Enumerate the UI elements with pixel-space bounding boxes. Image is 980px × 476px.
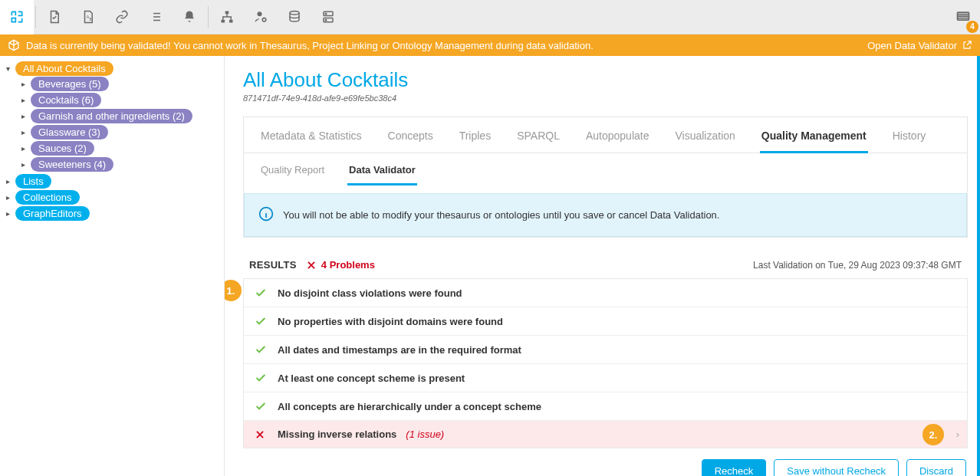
- info-text: You will not be able to modify your thes…: [283, 209, 719, 221]
- sidebar-tree: ▾ All About Cocktails ▸Beverages (5) ▸Co…: [0, 56, 224, 476]
- x-icon: [306, 260, 317, 271]
- result-row-error[interactable]: Missing inverse relations (1 issue) › 2.: [244, 421, 967, 448]
- recheck-button[interactable]: Recheck: [702, 459, 767, 476]
- results-timestamp: Last Validation on Tue, 29 Aug 2023 09:3…: [753, 260, 962, 271]
- page-uuid: 871471df-74e9-418d-afe9-e69fe5bc38c4: [243, 94, 968, 103]
- tree-toggle[interactable]: ▸: [3, 209, 12, 218]
- doc-ab-icon[interactable]: AB: [71, 0, 105, 34]
- sub-tabs: Quality Report Data Validator: [244, 153, 967, 185]
- info-icon: [258, 206, 274, 224]
- tree-toggle[interactable]: ▸: [18, 160, 28, 169]
- svg-point-11: [325, 19, 327, 21]
- results-header: RESULTS 4 Problems Last Validation on Tu…: [243, 248, 968, 278]
- svg-rect-3: [222, 20, 225, 23]
- list-icon[interactable]: [139, 0, 173, 34]
- subtab-data-validator[interactable]: Data Validator: [347, 161, 417, 185]
- top-toolbar: AB 4: [0, 0, 980, 34]
- tree-toggle[interactable]: ▸: [18, 80, 28, 89]
- svg-point-10: [325, 13, 327, 15]
- results-label: RESULTS: [249, 259, 297, 271]
- svg-point-7: [290, 11, 299, 15]
- svg-text:B: B: [90, 18, 92, 21]
- tree-toggle[interactable]: ▸: [3, 177, 12, 186]
- check-icon: [255, 400, 268, 412]
- tree-child[interactable]: Sweeteners (4): [31, 157, 113, 172]
- check-icon: [255, 287, 268, 299]
- server-icon[interactable]: [311, 0, 345, 34]
- tree-root[interactable]: All About Cocktails: [15, 61, 113, 76]
- tab-metadata[interactable]: Metadata & Statistics: [259, 125, 363, 153]
- button-row: Recheck Save without Recheck Discard: [243, 448, 968, 476]
- result-row[interactable]: All concepts are hierarchically under a …: [244, 392, 967, 421]
- tree-other[interactable]: GraphEditors: [15, 206, 90, 221]
- bell-icon[interactable]: [173, 0, 206, 34]
- tree-toggle[interactable]: ▸: [18, 144, 28, 153]
- tree-other[interactable]: Collections: [15, 190, 80, 205]
- results-list: No disjoint class violations were found …: [243, 278, 968, 448]
- tab-quality-management[interactable]: Quality Management: [760, 125, 868, 153]
- x-icon: [255, 429, 268, 440]
- tree-child[interactable]: Cocktails (6): [31, 93, 101, 107]
- main-tabs: Metadata & Statistics Concepts Triples S…: [244, 117, 967, 153]
- tree-child[interactable]: Beverages (5): [31, 77, 109, 91]
- validation-warning-bar: Data is currently being validated! You c…: [0, 34, 980, 56]
- warning-text: Data is currently being validated! You c…: [26, 40, 594, 51]
- open-validator-link[interactable]: Open Data Validator: [867, 40, 972, 51]
- result-row[interactable]: No disjoint class violations were found: [244, 279, 967, 307]
- result-row[interactable]: All dates and timestamps are in the requ…: [244, 336, 967, 364]
- tree-toggle[interactable]: ▾: [3, 64, 12, 74]
- tree-child[interactable]: Glassware (3): [31, 125, 108, 140]
- info-box: You will not be able to modify your thes…: [244, 193, 967, 237]
- tab-autopopulate[interactable]: Autopopulate: [584, 125, 651, 153]
- tree-toggle[interactable]: ▸: [18, 96, 28, 105]
- svg-rect-2: [225, 11, 229, 15]
- save-without-recheck-button[interactable]: Save without Recheck: [774, 459, 899, 476]
- annotation-2: 2.: [922, 424, 944, 445]
- result-row[interactable]: At least one concept scheme is present: [244, 364, 967, 392]
- home-icon[interactable]: [0, 0, 34, 34]
- content-panel: All About Cocktails 871471df-74e9-418d-a…: [225, 56, 980, 476]
- tree-child[interactable]: Sauces (2): [31, 141, 94, 156]
- link-icon[interactable]: [105, 0, 139, 34]
- cube-icon: [8, 39, 20, 51]
- hierarchy-icon[interactable]: [210, 0, 244, 34]
- user-gear-icon[interactable]: [244, 0, 278, 34]
- new-doc-icon[interactable]: [38, 0, 71, 34]
- tree-toggle[interactable]: ▸: [18, 112, 28, 121]
- check-icon: [255, 372, 268, 384]
- check-icon: [255, 315, 268, 327]
- annotation-1: 1.: [225, 280, 242, 301]
- tree-toggle[interactable]: ▸: [18, 128, 28, 137]
- tree-child[interactable]: Garnish and other ingredients (2): [31, 109, 192, 123]
- messages-icon[interactable]: 4: [946, 0, 980, 34]
- subtab-quality-report[interactable]: Quality Report: [259, 161, 326, 185]
- page-title: All About Cocktails: [243, 68, 968, 92]
- discard-button[interactable]: Discard: [906, 459, 966, 476]
- right-scroll-indicator: [977, 56, 980, 476]
- result-row[interactable]: No properties with disjoint domains were…: [244, 307, 967, 336]
- tab-sparql[interactable]: SPARQL: [515, 125, 561, 153]
- tab-history[interactable]: History: [891, 125, 928, 153]
- database-icon[interactable]: [278, 0, 311, 34]
- external-link-icon: [962, 40, 972, 51]
- chevron-right-icon: ›: [956, 428, 959, 440]
- tab-visualization[interactable]: Visualization: [673, 125, 736, 153]
- svg-rect-4: [229, 20, 233, 23]
- tab-triples[interactable]: Triples: [458, 125, 493, 153]
- svg-point-5: [258, 11, 262, 16]
- tree-toggle[interactable]: ▸: [3, 193, 12, 202]
- tab-concepts[interactable]: Concepts: [386, 125, 435, 153]
- notify-badge: 4: [966, 21, 978, 33]
- tree-other[interactable]: Lists: [15, 174, 51, 189]
- check-icon: [255, 343, 268, 356]
- results-problems: 4 Problems: [306, 259, 375, 271]
